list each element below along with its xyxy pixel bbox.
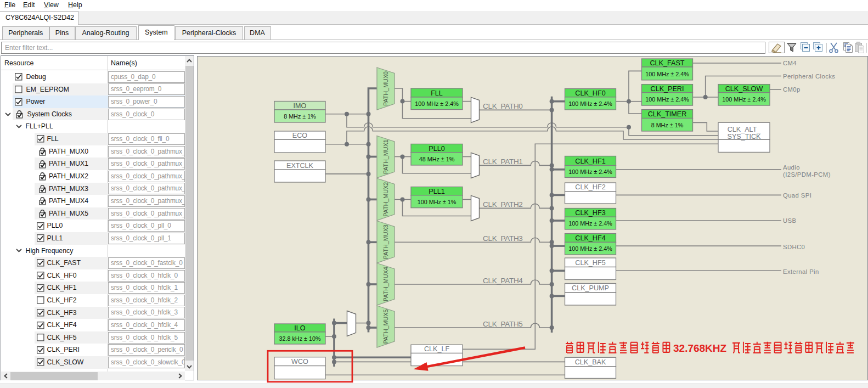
svg-text:WCO: WCO [291, 358, 308, 365]
svg-text:CM0p: CM0p [783, 86, 801, 93]
svg-text:USB: USB [783, 217, 796, 224]
svg-text:PATH_MUX5: PATH_MUX5 [382, 309, 389, 344]
svg-text:CLK_HF3: CLK_HF3 [575, 209, 605, 217]
svg-text:CLK_PERI: CLK_PERI [651, 85, 684, 93]
svg-text:ILO: ILO [294, 324, 306, 332]
svg-text:ECO: ECO [292, 132, 307, 139]
svg-text:SYS_TICK: SYS_TICK [728, 133, 761, 140]
svg-text:CLK_ALT_: CLK_ALT_ [728, 126, 762, 133]
svg-text:CLK_HF5: CLK_HF5 [575, 259, 605, 267]
svg-text:Quad SPI: Quad SPI [783, 192, 811, 199]
svg-text:32.768KHZ: 32.768KHZ [673, 342, 727, 354]
svg-text:CLK_PATH0: CLK_PATH0 [483, 102, 523, 110]
svg-text:Audio: Audio [783, 164, 800, 171]
svg-text:100 MHz ± 2.4%: 100 MHz ± 2.4% [568, 245, 612, 252]
svg-text:CLK_SLOW: CLK_SLOW [725, 85, 763, 93]
svg-text:CLK_HF4: CLK_HF4 [575, 234, 605, 242]
svg-text:8 MHz ± 1%: 8 MHz ± 1% [284, 113, 316, 120]
svg-text:100 MHz ± 2.4%: 100 MHz ± 2.4% [645, 96, 689, 103]
svg-text:100 MHz ± 2.4%: 100 MHz ± 2.4% [415, 100, 459, 107]
svg-text:100 MHz ± 2.4%: 100 MHz ± 2.4% [645, 71, 689, 77]
svg-text:CLK_PATH1: CLK_PATH1 [483, 158, 523, 166]
svg-text:CLK_HF1: CLK_HF1 [575, 158, 605, 165]
svg-text:100 MHz ± 1%: 100 MHz ± 1% [418, 199, 456, 205]
svg-text:IMO: IMO [294, 102, 307, 110]
svg-text:External Pin: External Pin [783, 268, 819, 275]
svg-text:PATH_MUX0: PATH_MUX0 [382, 71, 389, 106]
svg-text:100 MHz ± 2.4%: 100 MHz ± 2.4% [568, 100, 612, 107]
svg-text:32.8 kHz ± 10%: 32.8 kHz ± 10% [279, 335, 321, 342]
svg-text:100 MHz ± 2.4%: 100 MHz ± 2.4% [568, 168, 612, 175]
svg-text:FLL: FLL [431, 89, 443, 97]
svg-text:PATH_MUX3: PATH_MUX3 [382, 224, 389, 259]
svg-text:CLK_PATH5: CLK_PATH5 [483, 320, 523, 328]
svg-text:48 MHz ± 1%: 48 MHz ± 1% [419, 156, 455, 162]
svg-text:CLK_TIMER: CLK_TIMER [648, 110, 687, 118]
svg-text:PATH_MUX2: PATH_MUX2 [382, 182, 389, 217]
svg-text:100 MHz ± 2.4%: 100 MHz ± 2.4% [722, 96, 766, 103]
svg-text:PLL1: PLL1 [429, 188, 444, 195]
svg-text:Peripheral Clocks: Peripheral Clocks [783, 73, 835, 80]
svg-text:CLK_PUMP: CLK_PUMP [572, 284, 609, 292]
svg-text:PATH_MUX4: PATH_MUX4 [382, 267, 389, 301]
svg-text:(I2S/PDM-PCM): (I2S/PDM-PCM) [783, 171, 831, 178]
svg-text:CLK_FAST: CLK_FAST [650, 59, 685, 67]
svg-text:SDHC0: SDHC0 [783, 244, 805, 250]
svg-text:8 MHz ± 1%: 8 MHz ± 1% [651, 122, 684, 128]
svg-text:CLK_PATH3: CLK_PATH3 [483, 234, 523, 243]
svg-text:EXTCLK: EXTCLK [286, 162, 314, 170]
svg-text:CM4: CM4 [783, 60, 797, 66]
svg-text:CLK_PATH2: CLK_PATH2 [483, 200, 523, 209]
svg-text:PLL0: PLL0 [429, 145, 444, 153]
svg-text:PATH_MUX1: PATH_MUX1 [382, 139, 389, 174]
svg-text:CLK_LF: CLK_LF [424, 345, 450, 353]
svg-text:CLK_HF0: CLK_HF0 [575, 89, 605, 97]
svg-text:CLK_PATH4: CLK_PATH4 [483, 277, 523, 285]
svg-text:100 MHz ± 2.4%: 100 MHz ± 2.4% [568, 220, 612, 227]
svg-text:CLK_BAK: CLK_BAK [575, 358, 606, 366]
svg-text:CLK_HF2: CLK_HF2 [575, 183, 605, 191]
